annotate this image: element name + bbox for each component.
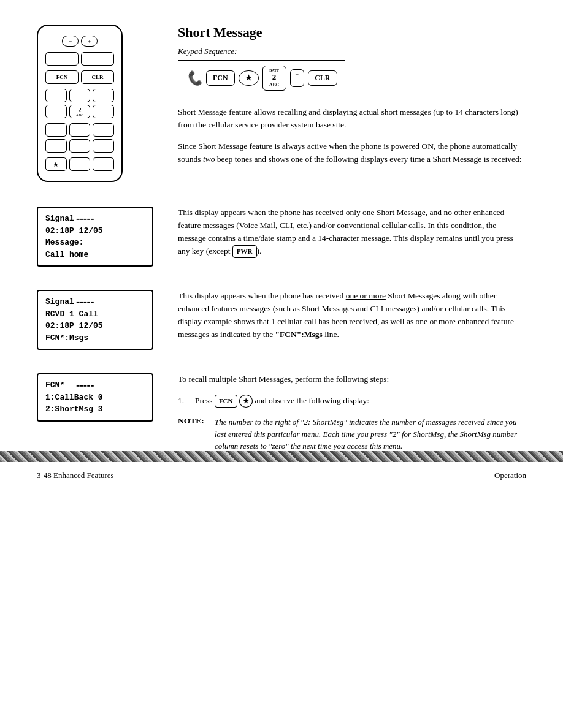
bottom-decorative-bar: [0, 451, 563, 462]
display1-desc: This display appears when the phone has …: [178, 207, 526, 258]
display1-line3: Message:: [45, 237, 145, 249]
note-section: NOTE: The number to the right of "2: Sho…: [178, 416, 526, 452]
page: − + FCN CLR: [0, 0, 563, 499]
phone-g2: [69, 89, 91, 102]
phone-0: [69, 157, 91, 171]
phone-g7: [45, 123, 67, 137]
phone-g5: 2ABC: [69, 105, 91, 118]
phone-g11: [69, 139, 91, 153]
phone-g4: [45, 105, 67, 118]
phone-g8: [69, 123, 91, 137]
ks-2abc-btn: BATT 2 ABC: [262, 66, 286, 91]
phone-g9: [93, 123, 114, 137]
phone-diagram: − + FCN CLR: [37, 25, 123, 182]
recall-para: To recall multiple Short Messages, perfo…: [178, 373, 526, 386]
phone-row2: [45, 52, 114, 66]
section-title: Short Message: [178, 25, 526, 40]
display1-line2: 02:18P 12/05: [45, 225, 145, 237]
display3-line3: 2:ShortMsg 3: [45, 403, 145, 415]
handset-icon: 📞: [186, 70, 202, 86]
display3-right: To recall multiple Short Messages, perfo…: [178, 373, 526, 452]
footer: 3-48 Enhanced Features Operation: [37, 471, 526, 480]
phone-row3: FCN CLR: [45, 70, 114, 84]
display2-right: This display appears when the phone has …: [178, 290, 526, 361]
left-column: − + FCN CLR: [37, 25, 159, 194]
phone-clr: CLR: [81, 70, 114, 84]
keypad-sequence: 📞 FCN ★ BATT 2 ABC − + CLR: [178, 60, 345, 96]
display1-underline: one: [362, 208, 375, 217]
footer-left: 3-48 Enhanced Features: [37, 471, 114, 480]
step1-text: Press FCN ★ and observe the following di…: [195, 395, 369, 408]
phone-top-buttons: − +: [45, 36, 114, 47]
para2: Since Short Message feature is always ac…: [178, 140, 526, 166]
display2-box: Signal ▬▬▬▬▬ RCVD 1 Call 02:18P 12/05 FC…: [37, 290, 153, 350]
display2-underline: one or more: [346, 291, 386, 300]
note-text: The number to the right of "2: ShortMsg"…: [215, 416, 526, 452]
step1: 1. Press FCN ★ and observe the following…: [178, 395, 526, 408]
display1-line1: Signal ▬▬▬▬▬: [45, 213, 145, 225]
display1-box: Signal ▬▬▬▬▬ 02:18P 12/05 Message: Call …: [37, 207, 153, 267]
phone-minus-btn: −: [62, 36, 79, 47]
display3-section: FCN* _ ▬▬▬▬▬ 1:CallBack 0 2:ShortMsg 3 T…: [37, 373, 526, 452]
phone-r2c1: [45, 52, 79, 66]
display2-desc: This display appears when the phone has …: [178, 290, 526, 341]
display2-line1: Signal ▬▬▬▬▬: [45, 296, 145, 308]
display2-line4: FCN*:Msgs: [45, 332, 145, 344]
display3-line2: 1:CallBack 0: [45, 392, 145, 404]
phone-r2c2: [81, 52, 114, 66]
phone-grid-main: 2ABC: [45, 89, 114, 118]
display1-line4: Call home: [45, 249, 145, 261]
phone-star-row: ★: [45, 157, 114, 171]
step1-num: 1.: [178, 395, 190, 408]
ks-fcn-btn: FCN: [206, 70, 235, 86]
display1-left: Signal ▬▬▬▬▬ 02:18P 12/05 Message: Call …: [37, 207, 159, 278]
phone-plus-btn: +: [81, 36, 98, 47]
phone-star: ★: [45, 157, 67, 171]
para1: Short Message feature allows recalling a…: [178, 106, 526, 132]
phone-hash: [93, 157, 114, 171]
phone-grid2: [45, 123, 114, 153]
display2-line2: RCVD 1 Call: [45, 308, 145, 320]
display1-right: This display appears when the phone has …: [178, 207, 526, 278]
display2-line3: 02:18P 12/05: [45, 320, 145, 332]
pwr-key: PWR: [232, 245, 257, 258]
fcnmsgs-label: "FCN":Msgs: [275, 330, 323, 339]
display2-section: Signal ▬▬▬▬▬ RCVD 1 Call 02:18P 12/05 FC…: [37, 290, 526, 361]
ks-star-btn: ★: [239, 70, 259, 86]
right-column: Short Message Keypad Sequence: 📞 FCN ★ B…: [178, 25, 526, 194]
display3-left: FCN* _ ▬▬▬▬▬ 1:CallBack 0 2:ShortMsg 3: [37, 373, 159, 452]
ks-clr-btn: CLR: [308, 70, 337, 86]
step1-star-key: ★: [239, 395, 253, 408]
step1-fcn-key: FCN: [215, 395, 237, 408]
display3-box: FCN* _ ▬▬▬▬▬ 1:CallBack 0 2:ShortMsg 3: [37, 373, 153, 422]
phone-g3: [93, 89, 114, 102]
phone-fcn: FCN: [45, 70, 79, 84]
display2-left: Signal ▬▬▬▬▬ RCVD 1 Call 02:18P 12/05 FC…: [37, 290, 159, 361]
footer-right: Operation: [494, 471, 526, 480]
display3-line1: FCN* _ ▬▬▬▬▬: [45, 379, 145, 392]
top-section: − + FCN CLR: [37, 25, 526, 194]
signal-icons: ▬▬▬▬▬: [77, 215, 94, 222]
phone-g10: [45, 139, 67, 153]
display1-section: Signal ▬▬▬▬▬ 02:18P 12/05 Message: Call …: [37, 207, 526, 278]
phone-g6: [93, 105, 114, 118]
keypad-label: Keypad Sequence:: [178, 47, 526, 56]
ks-plusminus-btn: − +: [290, 69, 305, 87]
phone-g12: [93, 139, 114, 153]
step-list: 1. Press FCN ★ and observe the following…: [178, 395, 526, 408]
signal-icons2: ▬▬▬▬▬: [77, 298, 94, 306]
phone-g1: [45, 89, 67, 102]
display3-underline-cursor: _ ▬▬▬▬▬: [69, 382, 94, 389]
note-label: NOTE:: [178, 416, 210, 452]
